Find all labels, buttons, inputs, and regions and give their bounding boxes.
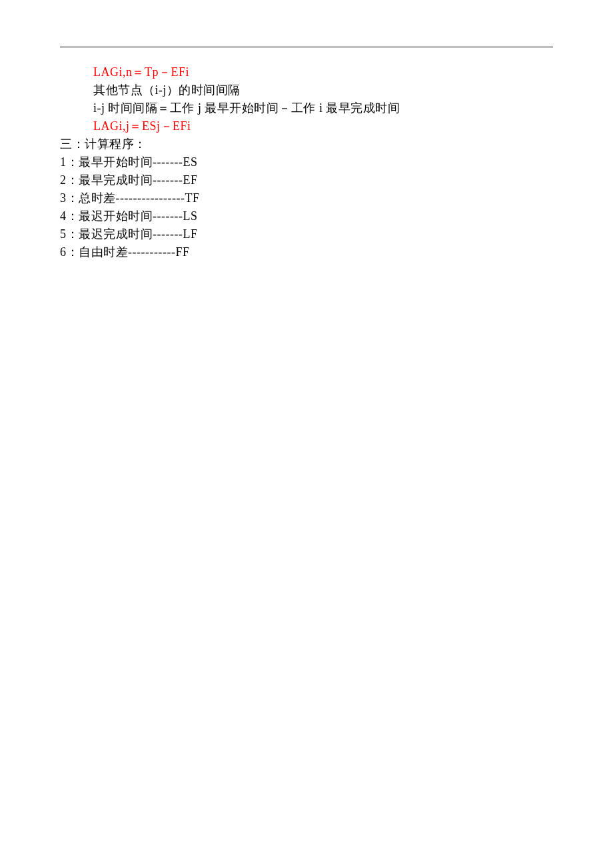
text-line: i-j 时间间隔＝工作 j 最早开始时间－工作 i 最早完成时间 [60,99,553,117]
text-line: 2：最早完成时间-------EF [60,171,553,189]
text-line: LAGi,j＝ESj－EFi [60,117,553,135]
text-line: 三：计算程序： [60,135,553,153]
document-page: LAGi,n＝Tp－EFi 其他节点（i-j）的时间间隔 i-j 时间间隔＝工作… [0,0,613,261]
horizontal-rule [60,47,553,47]
text-line: LAGi,n＝Tp－EFi [60,63,553,81]
text-line: 其他节点（i-j）的时间间隔 [60,81,553,99]
text-line: 3：总时差----------------TF [60,189,553,207]
text-line: 1：最早开始时间-------ES [60,153,553,171]
text-line: 4：最迟开始时间-------LS [60,207,553,225]
text-line: 5：最迟完成时间-------LF [60,225,553,243]
text-line: 6：自由时差-----------FF [60,243,553,261]
